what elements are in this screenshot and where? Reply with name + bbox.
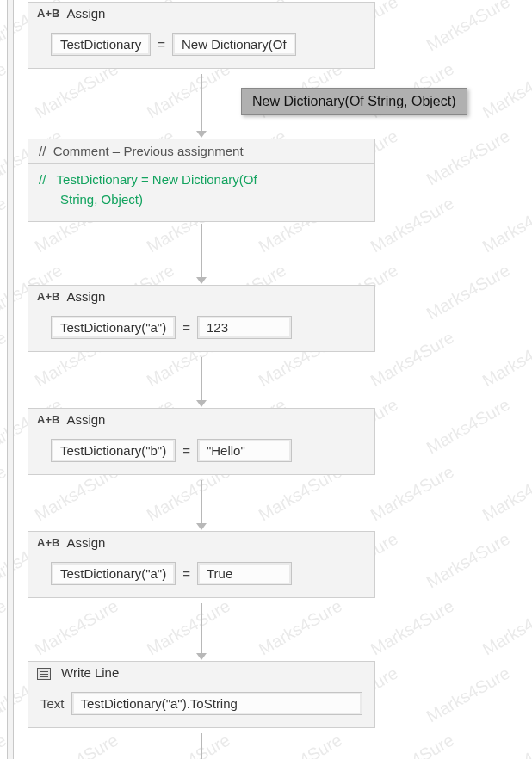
comment-title: Comment – Previous assignment xyxy=(53,144,244,158)
write-line-activity[interactable]: Write Line Text TestDictionary("a").ToSt… xyxy=(28,661,375,728)
write-line-icon xyxy=(37,668,51,680)
assign-to-field[interactable]: TestDictionary("b") xyxy=(51,439,176,462)
text-label: Text xyxy=(40,696,65,711)
assign-to-field[interactable]: TestDictionary("a") xyxy=(51,316,176,339)
sequence-rail xyxy=(7,0,14,759)
assign-value-field[interactable]: New Dictionary(Of xyxy=(172,33,296,56)
assign-activity-2[interactable]: A+B Assign TestDictionary("a") = 123 xyxy=(28,285,375,352)
arrow-down-icon xyxy=(196,131,207,138)
tooltip-text: New Dictionary(Of String, Object) xyxy=(252,94,456,108)
comment-prefix: // xyxy=(39,144,46,158)
connector xyxy=(201,603,202,653)
equals-sign: = xyxy=(182,443,190,458)
assign-value-field[interactable]: "Hello" xyxy=(197,439,292,462)
assign-activity-3[interactable]: A+B Assign TestDictionary("b") = "Hello" xyxy=(28,408,375,475)
tooltip: New Dictionary(Of String, Object) xyxy=(241,88,467,115)
connector xyxy=(201,733,202,759)
connector xyxy=(201,357,202,400)
comment-activity[interactable]: // Comment – Previous assignment // Test… xyxy=(28,139,375,222)
activity-title: Assign xyxy=(66,535,105,550)
assign-to-field[interactable]: TestDictionary xyxy=(51,33,151,56)
assign-value-field[interactable]: 123 xyxy=(197,316,292,339)
assign-value-field[interactable]: True xyxy=(197,562,292,585)
equals-sign: = xyxy=(158,37,165,52)
connector xyxy=(201,224,202,277)
arrow-down-icon xyxy=(196,400,207,407)
activity-title: Assign xyxy=(66,6,105,21)
assign-activity-4[interactable]: A+B Assign TestDictionary("a") = True xyxy=(28,531,375,598)
comment-line-1: TestDictionary = New Dictionary(Of xyxy=(57,172,257,187)
assign-icon: A+B xyxy=(37,290,59,303)
arrow-down-icon xyxy=(196,277,207,284)
assign-to-field[interactable]: TestDictionary("a") xyxy=(51,562,176,585)
arrow-down-icon xyxy=(196,523,207,530)
write-line-text-field[interactable]: TestDictionary("a").ToString xyxy=(71,692,362,715)
assign-icon: A+B xyxy=(37,536,59,549)
activity-title: Write Line xyxy=(61,665,119,680)
connector xyxy=(201,480,202,523)
assign-icon: A+B xyxy=(37,413,59,426)
comment-line-2: String, Object) xyxy=(60,192,143,207)
connector xyxy=(201,74,202,131)
activity-title: Assign xyxy=(66,289,105,304)
equals-sign: = xyxy=(182,320,190,335)
assign-icon: A+B xyxy=(37,7,59,20)
arrow-down-icon xyxy=(196,653,207,660)
assign-activity-1[interactable]: A+B Assign TestDictionary = New Dictiona… xyxy=(28,2,375,69)
equals-sign: = xyxy=(182,566,190,581)
comment-body-prefix: // xyxy=(39,172,46,187)
activity-title: Assign xyxy=(66,412,105,427)
